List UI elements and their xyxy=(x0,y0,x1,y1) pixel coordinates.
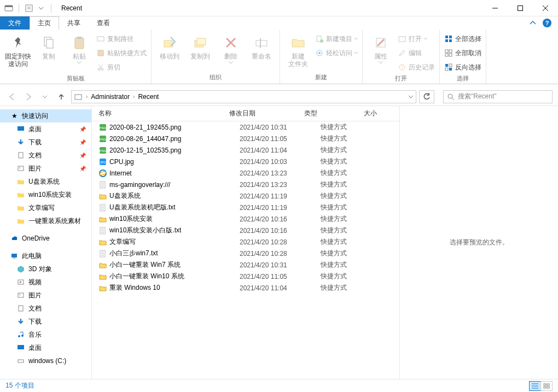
file-type: 快捷方式 xyxy=(321,168,385,178)
tree-usb-install[interactable]: U盘装系统 xyxy=(0,175,91,188)
tab-view[interactable]: 查看 xyxy=(89,16,118,30)
paste-button[interactable]: 粘贴 xyxy=(66,32,93,64)
help-icon[interactable]: ? xyxy=(543,19,551,27)
open-button[interactable]: 打开 xyxy=(398,33,435,45)
file-name: U盘装系统 xyxy=(109,191,240,201)
easy-access-button[interactable]: 轻松访问 xyxy=(315,47,358,59)
address-dropdown-icon[interactable] xyxy=(408,94,414,100)
paste-shortcut-button[interactable]: 粘贴快捷方式 xyxy=(96,47,147,59)
tree-article[interactable]: 文章编写 xyxy=(0,201,91,214)
file-row[interactable]: win10系统安装小白版.txt2021/4/20 10:16快捷方式 xyxy=(92,225,399,236)
tree-3d[interactable]: 3D 对象 xyxy=(0,262,91,276)
maximize-button[interactable] xyxy=(508,0,533,16)
qat-properties-icon[interactable] xyxy=(25,4,33,13)
tree-one-key[interactable]: 一键重装系统素材 xyxy=(0,214,91,227)
edit-button[interactable]: 编辑 xyxy=(398,47,435,59)
close-button[interactable] xyxy=(533,0,558,16)
tree-onedrive[interactable]: OneDrive xyxy=(0,232,91,245)
copy-to-button[interactable]: 复制到 xyxy=(187,32,214,60)
breadcrumb-seg-1[interactable]: Administrator xyxy=(91,93,130,101)
file-row[interactable]: 小白三步win7.txt2021/4/20 10:28快捷方式 xyxy=(92,248,399,259)
nav-up-button[interactable] xyxy=(55,90,68,103)
select-all-button[interactable]: 全部选择 xyxy=(444,33,481,45)
tree-pictures-2[interactable]: 图片 xyxy=(0,289,91,302)
cut-button[interactable]: 剪切 xyxy=(96,61,147,73)
collapse-ribbon-icon[interactable] xyxy=(530,20,536,26)
tree-quick-access[interactable]: ★快速访问 xyxy=(0,109,91,122)
file-row[interactable]: 重装 Windows 102021/4/20 11:04快捷方式 xyxy=(92,282,399,294)
history-button[interactable]: 历史记录 xyxy=(398,61,435,73)
tree-desktop-2[interactable]: 桌面 xyxy=(0,341,91,354)
minimize-button[interactable] xyxy=(483,0,508,16)
tree-downloads-2[interactable]: 下载 xyxy=(0,315,91,328)
tab-home[interactable]: 主页 xyxy=(30,16,59,30)
file-row[interactable]: U盘装系统装机吧版.txt2021/4/20 11:19快捷方式 xyxy=(92,202,399,213)
file-icon xyxy=(98,169,109,178)
file-row[interactable]: PNG2020-08-26_144047.png2021/4/20 11:05快… xyxy=(92,133,399,144)
file-icon: PNG xyxy=(98,134,109,143)
tree-documents-2[interactable]: 文档 xyxy=(0,302,91,315)
file-name: U盘装系统装机吧版.txt xyxy=(109,203,240,212)
file-row[interactable]: Internet2021/4/20 13:23快捷方式 xyxy=(92,167,399,179)
file-row[interactable]: PNG2020-08-21_192455.png2021/4/20 10:31快… xyxy=(92,121,399,133)
col-size[interactable]: 大小 xyxy=(364,109,399,118)
tree-downloads[interactable]: 下载📌 xyxy=(0,136,91,149)
columns-header[interactable]: 名称 修改日期 类型 大小 xyxy=(92,106,399,121)
new-folder-button[interactable]: 新建 文件夹 xyxy=(284,32,312,68)
address-bar[interactable]: › Administrator › Recent xyxy=(71,90,416,103)
col-date[interactable]: 修改日期 xyxy=(229,109,304,118)
copy-icon xyxy=(40,34,57,51)
new-item-button[interactable]: 新建项目 xyxy=(315,33,358,45)
file-row[interactable]: win10系统安装2021/4/20 10:16快捷方式 xyxy=(92,213,399,225)
invert-selection-button[interactable]: 反向选择 xyxy=(444,61,481,73)
file-row[interactable]: ms-gamingoverlay:///2021/4/20 13:23快捷方式 xyxy=(92,179,399,190)
file-date: 2021/4/20 10:28 xyxy=(240,238,321,246)
qat-dropdown-icon[interactable] xyxy=(37,4,45,13)
pin-to-quick-access-button[interactable]: 固定到快 速访问 xyxy=(4,32,32,68)
tree-pictures[interactable]: 图片📌 xyxy=(0,162,91,175)
file-row[interactable]: PNG2020-12-15_102535.png2021/4/20 11:04快… xyxy=(92,144,399,156)
refresh-button[interactable] xyxy=(419,90,434,103)
delete-button[interactable]: 删除 xyxy=(217,32,245,64)
breadcrumb-seg-2[interactable]: Recent xyxy=(138,93,159,101)
nav-recent-dropdown[interactable] xyxy=(38,90,51,103)
move-to-button[interactable]: 移动到 xyxy=(156,32,183,60)
nav-back-button[interactable] xyxy=(5,90,19,103)
col-type[interactable]: 类型 xyxy=(304,109,364,118)
copy-button[interactable]: 复制 xyxy=(35,32,62,60)
folder-icon xyxy=(16,177,25,186)
svg-rect-53 xyxy=(13,258,15,259)
tree-documents[interactable]: 文档📌 xyxy=(0,149,91,162)
nav-forward-button[interactable] xyxy=(22,90,35,103)
properties-button[interactable]: 属性 xyxy=(367,32,394,64)
file-name: win10系统安装小白版.txt xyxy=(109,226,240,235)
tab-file[interactable]: 文件 xyxy=(0,16,30,30)
file-row[interactable]: 文章编写2021/4/20 10:28快捷方式 xyxy=(92,236,399,248)
tree-videos[interactable]: 视频 xyxy=(0,276,91,289)
tree-windows-c[interactable]: windows (C:) xyxy=(0,354,91,367)
tab-share[interactable]: 共享 xyxy=(59,16,89,30)
copy-path-button[interactable]: 复制路径 xyxy=(96,33,147,45)
file-row[interactable]: JPGCPU.jpg2021/4/20 10:03快捷方式 xyxy=(92,156,399,167)
file-list[interactable]: PNG2020-08-21_192455.png2021/4/20 10:31快… xyxy=(92,121,399,379)
rename-button[interactable]: 重命名 xyxy=(248,32,275,60)
svg-rect-94 xyxy=(547,387,549,388)
tree-music[interactable]: 音乐 xyxy=(0,328,91,341)
file-row[interactable]: 小白一键重装 Win7 系统2021/4/20 10:31快捷方式 xyxy=(92,259,399,271)
tree-this-pc[interactable]: 此电脑 xyxy=(0,249,91,262)
view-details-button[interactable] xyxy=(529,381,541,391)
view-large-icons-button[interactable] xyxy=(540,381,553,391)
status-bar: 15 个项目 xyxy=(0,379,558,392)
file-icon xyxy=(98,180,109,189)
col-name[interactable]: 名称 xyxy=(98,109,229,118)
file-row[interactable]: U盘装系统2021/4/20 11:19快捷方式 xyxy=(92,190,399,202)
select-none-icon xyxy=(444,49,453,57)
svg-rect-40 xyxy=(449,54,452,56)
file-row[interactable]: 小白一键重装 Win10 系统2021/4/20 11:05快捷方式 xyxy=(92,271,399,282)
nav-tree[interactable]: ★快速访问 桌面📌 下载📌 文档📌 图片📌 U盘装系统 win10系统安装 文章… xyxy=(0,106,92,379)
search-box[interactable]: 搜索"Recent" xyxy=(443,90,553,103)
easy-access-icon xyxy=(315,49,324,57)
tree-desktop[interactable]: 桌面📌 xyxy=(0,122,91,136)
tree-win10-install[interactable]: win10系统安装 xyxy=(0,188,91,201)
select-none-button[interactable]: 全部取消 xyxy=(444,47,481,59)
